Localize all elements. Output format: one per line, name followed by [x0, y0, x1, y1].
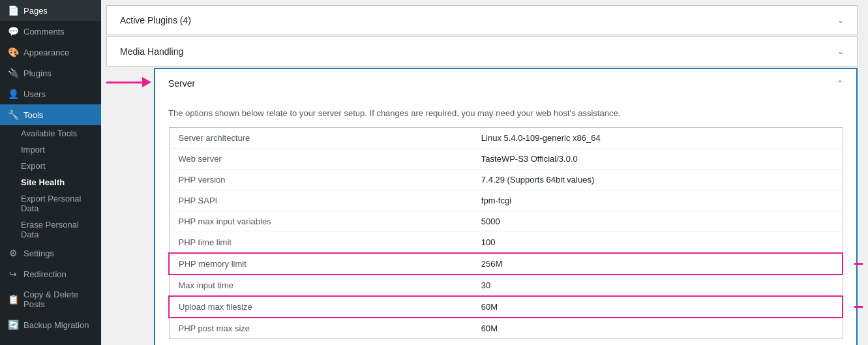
- sidebar-item-users[interactable]: 👤 Users: [0, 83, 101, 104]
- sidebar-item-plugins[interactable]: 🔌 Plugins: [0, 63, 101, 83]
- arrow-line: [106, 82, 142, 83]
- comments-icon: 💬: [8, 26, 18, 37]
- php-memory-limit-value: 256M: [472, 253, 843, 275]
- web-server-value: TasteWP-S3 Official/3.0.0: [472, 149, 843, 170]
- sidebar-item-settings[interactable]: ⚙ Settings: [0, 243, 101, 263]
- sidebar: 📄 Pages 💬 Comments 🎨 Appearance 🔌 Plugin…: [0, 0, 101, 345]
- copy-delete-icon: 📋: [8, 294, 18, 305]
- active-plugins-label: Active Plugins (4): [120, 15, 191, 25]
- php-post-max-value: 60M: [472, 318, 843, 339]
- sidebar-sub-erase-personal-data[interactable]: Erase Personal Data: [8, 217, 101, 243]
- max-input-time-value: 30: [472, 275, 843, 296]
- table-row: PHP post max size 60M: [169, 318, 843, 339]
- accordion-media-handling: Media Handling ⌄: [106, 37, 858, 67]
- server-left-arrow: [106, 77, 151, 87]
- table-row: Max input time 30: [169, 275, 843, 296]
- accordion-server: Server ⌃ The options shown below relate …: [154, 68, 858, 345]
- sidebar-sub-import[interactable]: Import: [8, 142, 101, 158]
- server-body: The options shown below relate to your s…: [155, 98, 856, 345]
- sidebar-sub-available-tools[interactable]: Available Tools: [8, 125, 101, 142]
- sidebar-sub-export[interactable]: Export: [8, 158, 101, 174]
- server-chevron: ⌃: [837, 79, 843, 88]
- sidebar-sub-site-health[interactable]: Site Health: [8, 174, 101, 190]
- appearance-icon: 🎨: [8, 47, 18, 57]
- tools-submenu: Available Tools Import Export Site Healt…: [0, 125, 101, 243]
- table-row: PHP time limit 100: [169, 232, 843, 254]
- redirection-icon: ↪: [8, 269, 18, 279]
- php-max-input-value: 5000: [472, 211, 843, 232]
- php-memory-arrow: [854, 259, 863, 268]
- accordion-header-active-plugins[interactable]: Active Plugins (4) ⌄: [107, 6, 857, 35]
- upload-max-filesize-row: Upload max filesize 60M: [169, 296, 843, 318]
- php-time-limit-value: 100: [472, 232, 843, 254]
- sidebar-sub-export-personal-data[interactable]: Export Personal Data: [8, 190, 101, 217]
- users-icon: 👤: [8, 89, 18, 99]
- media-handling-label: Media Handling: [120, 46, 183, 57]
- sidebar-item-redirection[interactable]: ↪ Redirection: [0, 263, 101, 284]
- php-memory-limit-row: PHP memory limit 256M: [169, 253, 843, 275]
- server-info-table: Server architecture Linux 5.4.0-109-gene…: [168, 127, 843, 339]
- sidebar-item-comments[interactable]: 💬 Comments: [0, 21, 101, 42]
- upload-filesize-arrow: [854, 302, 863, 311]
- arrow-line: [854, 263, 863, 265]
- upload-max-filesize-label: Upload max filesize: [169, 296, 472, 318]
- accordion-header-media-handling[interactable]: Media Handling ⌄: [107, 37, 857, 66]
- settings-icon: ⚙: [8, 248, 18, 258]
- sidebar-item-tools[interactable]: 🔧 Tools: [0, 104, 101, 125]
- plugins-icon: 🔌: [8, 68, 18, 78]
- web-server-label: Web server: [169, 149, 472, 170]
- accordion-active-plugins: Active Plugins (4) ⌄: [106, 5, 858, 35]
- pages-icon: 📄: [8, 5, 18, 16]
- table-row: Server architecture Linux 5.4.0-109-gene…: [169, 128, 843, 149]
- table-row: PHP max input variables 5000: [169, 211, 843, 232]
- server-label: Server: [168, 78, 195, 89]
- table-row: Web server TasteWP-S3 Official/3.0.0: [169, 149, 843, 170]
- arrow-head: [142, 77, 151, 87]
- php-time-limit-label: PHP time limit: [169, 232, 472, 254]
- php-version-label: PHP version: [169, 170, 472, 190]
- table-row: PHP version 7.4.29 (Supports 64bit value…: [169, 170, 843, 190]
- sidebar-item-appearance[interactable]: 🎨 Appearance: [0, 42, 101, 63]
- php-sapi-value: fpm-fcgi: [472, 190, 843, 211]
- media-handling-chevron: ⌄: [837, 47, 844, 56]
- sidebar-item-backup-migration[interactable]: 🔄 Backup Migration: [0, 314, 101, 335]
- php-post-max-label: PHP post max size: [169, 318, 472, 339]
- php-sapi-label: PHP SAPI: [169, 190, 472, 211]
- arrow-line: [854, 306, 863, 308]
- php-memory-limit-label: PHP memory limit: [169, 253, 472, 275]
- active-plugins-chevron: ⌄: [837, 16, 844, 25]
- server-arch-value: Linux 5.4.0-109-generic x86_64: [472, 128, 843, 149]
- max-input-time-label: Max input time: [169, 275, 472, 296]
- sidebar-item-copy-delete-posts[interactable]: 📋 Copy & Delete Posts: [0, 284, 101, 314]
- content-wrapper: Active Plugins (4) ⌄ Media Handling ⌄: [101, 5, 863, 345]
- main-content: Active Plugins (4) ⌄ Media Handling ⌄: [101, 0, 868, 345]
- table-row: PHP SAPI fpm-fcgi: [169, 190, 843, 211]
- server-arch-label: Server architecture: [169, 128, 472, 149]
- php-version-value: 7.4.29 (Supports 64bit values): [472, 170, 843, 190]
- sidebar-item-pages[interactable]: 📄 Pages: [0, 0, 101, 21]
- accordion-header-server[interactable]: Server ⌃: [155, 69, 856, 98]
- server-description: The options shown below relate to your s…: [168, 108, 843, 118]
- upload-max-filesize-value: 60M: [472, 296, 843, 318]
- php-max-input-label: PHP max input variables: [169, 211, 472, 232]
- server-section-wrapper: Server ⌃ The options shown below relate …: [106, 68, 858, 345]
- tools-icon: 🔧: [8, 110, 18, 120]
- backup-icon: 🔄: [8, 320, 18, 330]
